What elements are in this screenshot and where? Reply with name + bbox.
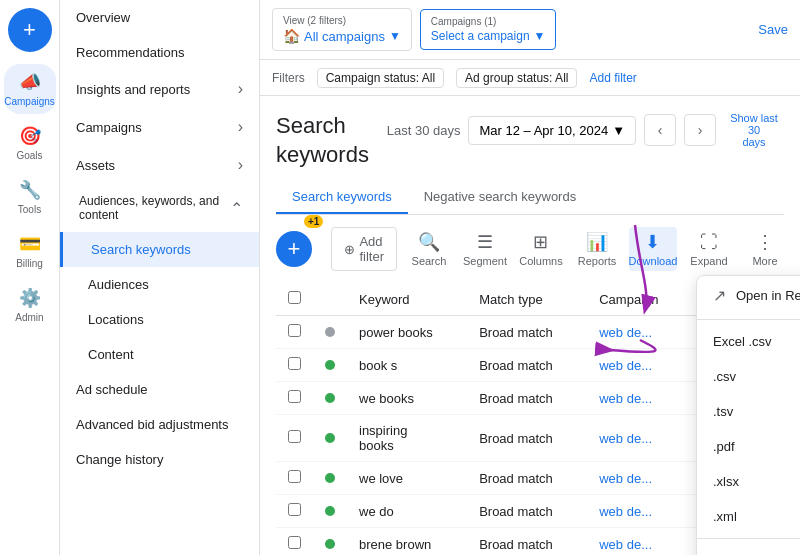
dropdown-open-report[interactable]: ↗ Open in Report Editor (697, 276, 800, 315)
expand-button[interactable]: ⛶ Expand (685, 228, 733, 271)
cell-campaign[interactable]: web de... (587, 349, 689, 382)
sidebar-item-recommendations[interactable]: Recommendations (60, 35, 259, 70)
download-button[interactable]: ⬇ Download (629, 227, 677, 271)
rail-item-campaigns[interactable]: 📣 Campaigns (4, 64, 56, 114)
chevron-down-icon: › (238, 118, 243, 136)
rail-item-goals[interactable]: 🎯 Goals (4, 118, 56, 168)
billing-icon: 💳 (18, 232, 42, 256)
columns-button[interactable]: ⊞ Columns (517, 227, 565, 271)
next-date-button[interactable]: › (684, 114, 716, 146)
rail-label-admin: Admin (15, 312, 43, 324)
sidebar-item-overview[interactable]: Overview (60, 0, 259, 35)
sidebar-label-content: Content (88, 347, 134, 362)
cell-campaign[interactable]: web de... (587, 415, 689, 462)
row-checkbox[interactable] (288, 390, 301, 403)
cell-campaign[interactable]: web de... (587, 528, 689, 555)
pdf-label: .pdf (713, 439, 735, 454)
show-last-label: Show last 30days (724, 112, 784, 148)
more-button[interactable]: ⋮ More (741, 227, 789, 271)
rail-item-tools[interactable]: 🔧 Tools (4, 172, 56, 222)
row-checkbox[interactable] (288, 324, 301, 337)
sidebar-item-audiences-keywords[interactable]: Audiences, keywords, and content ⌃ (60, 184, 259, 232)
select-all-checkbox[interactable] (288, 291, 301, 304)
cell-campaign[interactable]: web de... (587, 316, 689, 349)
segment-icon: ☰ (477, 231, 493, 253)
dropdown-xlsx[interactable]: .xlsx (697, 464, 800, 499)
sidebar-item-assets[interactable]: Assets › (60, 146, 259, 184)
col-campaign: Campaign (587, 283, 689, 316)
open-report-icon: ↗ (713, 286, 726, 305)
plus-icon: + (23, 17, 36, 43)
sidebar-item-locations[interactable]: Locations (60, 302, 259, 337)
search-tool-button[interactable]: 🔍 Search (405, 227, 453, 271)
sidebar-item-bid-adj[interactable]: Advanced bid adjustments (60, 407, 259, 442)
sidebar-item-change-history[interactable]: Change history (60, 442, 259, 477)
date-label: Last 30 days (387, 123, 461, 138)
sidebar-label-assets: Assets (76, 158, 115, 173)
rail-label-goals: Goals (16, 150, 42, 162)
filters-label: Filters (272, 71, 305, 85)
create-button[interactable]: + (8, 8, 52, 52)
sidebar-label-ad-schedule: Ad schedule (76, 382, 148, 397)
select-campaign-label: Select a campaign (431, 29, 530, 43)
dropdown-divider-2 (697, 538, 800, 539)
row-checkbox[interactable] (288, 503, 301, 516)
dropdown-tsv[interactable]: .tsv (697, 394, 800, 429)
status-dot (325, 433, 335, 443)
dropdown-pdf[interactable]: .pdf (697, 429, 800, 464)
rail-item-admin[interactable]: ⚙️ Admin (4, 280, 56, 330)
cell-match-type: Broad match (467, 415, 587, 462)
sidebar-item-insights[interactable]: Insights and reports › (60, 70, 259, 108)
view-selector[interactable]: View (2 filters) 🏠 All campaigns ▼ (272, 8, 412, 51)
row-checkbox[interactable] (288, 357, 301, 370)
tab-negative-search[interactable]: Negative search keywords (408, 181, 592, 214)
cell-keyword: power books (347, 316, 467, 349)
row-checkbox[interactable] (288, 536, 301, 549)
add-filter-button[interactable]: ⊕ Add filter (331, 227, 397, 271)
dropdown-xml[interactable]: .xml (697, 499, 800, 534)
rail-label-tools: Tools (18, 204, 41, 216)
sidebar-item-ad-schedule[interactable]: Ad schedule (60, 372, 259, 407)
rail-item-billing[interactable]: 💳 Billing (4, 226, 56, 276)
cell-campaign[interactable]: web de... (587, 495, 689, 528)
date-picker[interactable]: Mar 12 – Apr 10, 2024 ▼ (468, 116, 636, 145)
sidebar-label-overview: Overview (76, 10, 130, 25)
col-match-type: Match type (467, 283, 587, 316)
date-controls: Last 30 days Mar 12 – Apr 10, 2024 ▼ ‹ ›… (387, 112, 784, 148)
add-filter-link[interactable]: Add filter (589, 71, 636, 85)
add-button[interactable]: + (276, 231, 312, 267)
ad-group-status-filter[interactable]: Ad group status: All (456, 68, 577, 88)
campaign-selector[interactable]: Campaigns (1) Select a campaign ▼ (420, 9, 557, 50)
sidebar-item-search-keywords[interactable]: Search keywords (60, 232, 259, 267)
sidebar-item-content[interactable]: Content (60, 337, 259, 372)
status-dot (325, 360, 335, 370)
campaigns-icon: 📣 (18, 70, 42, 94)
cell-match-type: Broad match (467, 349, 587, 382)
campaign-status-filter[interactable]: Campaign status: All (317, 68, 444, 88)
row-checkbox[interactable] (288, 470, 301, 483)
sidebar-label-audiences-keywords: Audiences, keywords, and content (79, 194, 230, 222)
prev-date-button[interactable]: ‹ (644, 114, 676, 146)
reports-button[interactable]: 📊 Reports (573, 227, 621, 271)
segment-button[interactable]: ☰ Segment (461, 227, 509, 271)
campaign-dropdown-icon: ▼ (534, 29, 546, 43)
content-header: Searchkeywords Last 30 days Mar 12 – Apr… (276, 112, 784, 169)
filter-bar: Filters Campaign status: All Ad group st… (260, 60, 800, 96)
cell-campaign[interactable]: web de... (587, 462, 689, 495)
save-button[interactable]: Save (758, 22, 788, 37)
rail-label-billing: Billing (16, 258, 43, 270)
xml-label: .xml (713, 509, 737, 524)
dropdown-divider-1 (697, 319, 800, 320)
dropdown-excel-csv[interactable]: Excel .csv (697, 324, 800, 359)
cell-campaign[interactable]: web de... (587, 382, 689, 415)
download-dropdown: ↗ Open in Report Editor Excel .csv .csv … (696, 275, 800, 555)
add-icon: + (288, 236, 301, 262)
dropdown-csv[interactable]: .csv (697, 359, 800, 394)
row-checkbox[interactable] (288, 430, 301, 443)
page-title: Searchkeywords (276, 112, 369, 169)
sidebar-item-campaigns[interactable]: Campaigns › (60, 108, 259, 146)
home-icon: 🏠 (283, 28, 300, 44)
tab-search-keywords[interactable]: Search keywords (276, 181, 408, 214)
dropdown-google-sheets[interactable]: Google Sheets (697, 543, 800, 555)
sidebar-item-audiences[interactable]: Audiences (60, 267, 259, 302)
